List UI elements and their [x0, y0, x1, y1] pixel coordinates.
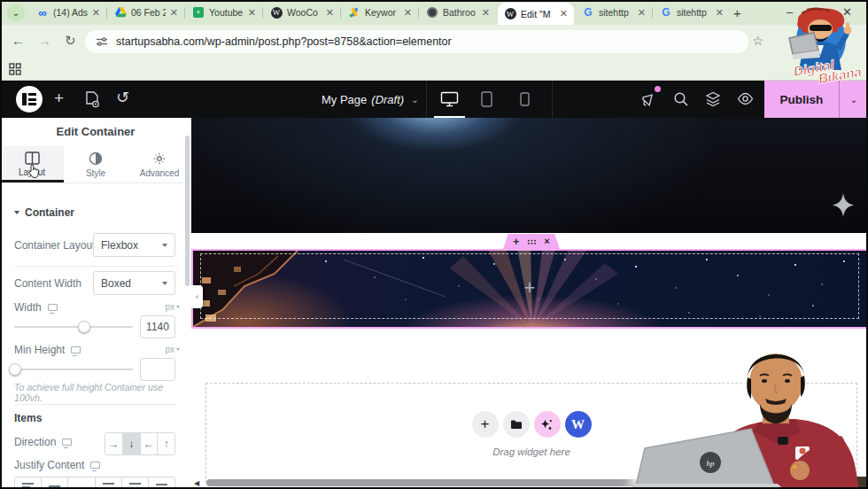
preview-eye-icon[interactable]	[737, 92, 754, 105]
tab-close-icon[interactable]: ✕	[716, 7, 724, 19]
laptop-logo: hp	[707, 459, 716, 468]
selected-container-section[interactable]: +	[191, 249, 868, 329]
bookmark-star-icon[interactable]: ☆	[752, 34, 763, 48]
structure-layers-icon[interactable]	[705, 91, 721, 107]
items-section-header: Items	[14, 412, 42, 424]
site-settings-icon[interactable]	[96, 35, 108, 48]
direction-row-reverse-button[interactable]: ←	[140, 433, 158, 454]
forward-icon[interactable]: →	[38, 33, 51, 48]
add-element-icon[interactable]: +	[54, 89, 64, 108]
device-mobile-icon[interactable]	[520, 92, 530, 106]
browser-tab-active[interactable]: W Edit "M ✕	[498, 3, 574, 25]
tab-close-icon[interactable]: ✕	[170, 7, 178, 19]
full-height-note: To achieve full height Container use 100…	[14, 382, 182, 403]
google-icon: G	[582, 6, 594, 19]
content-width-select[interactable]: Boxed	[93, 271, 175, 295]
direction-column-reverse-button[interactable]: ↑	[157, 433, 174, 454]
responsive-monitor-icon[interactable]	[71, 346, 81, 353]
meta-icon: ∞	[36, 6, 49, 19]
min-height-value-input[interactable]	[140, 358, 175, 381]
width-slider-handle[interactable]	[78, 321, 90, 333]
tab-close-icon[interactable]: ✕	[404, 7, 412, 19]
tab-style[interactable]: Style	[64, 146, 128, 182]
back-icon[interactable]: ←	[12, 33, 25, 48]
device-desktop-icon[interactable]	[440, 91, 459, 107]
address-bar[interactable]: startupsabha.com/wp-admin/post.php?post=…	[85, 30, 748, 53]
responsive-monitor-icon[interactable]	[48, 304, 58, 311]
browser-tab[interactable]: W WooCo ✕	[264, 0, 340, 25]
channel-mascot-sticker: Digital Bikana	[775, 1, 865, 86]
responsive-monitor-icon[interactable]	[62, 439, 72, 446]
width-unit-select[interactable]: px	[165, 302, 180, 312]
reload-icon[interactable]: ↻	[65, 33, 76, 49]
apps-grid-icon[interactable]	[9, 63, 21, 75]
wordpress-widgets-button[interactable]: W	[565, 411, 592, 438]
tab-advanced[interactable]: Advanced	[128, 146, 191, 182]
tab-search-icon[interactable]: ⌄	[7, 4, 25, 21]
tab-close-icon[interactable]: ✕	[560, 8, 568, 19]
tab-close-icon[interactable]: ✕	[638, 7, 646, 19]
direction-label: Direction	[14, 436, 72, 448]
tab-label: Youtube	[209, 7, 244, 18]
elementor-logo[interactable]	[16, 86, 43, 113]
browser-tab[interactable]: Keywor ✕	[342, 0, 418, 25]
width-value-input[interactable]: 1140	[140, 315, 175, 338]
hero-section[interactable]	[191, 118, 868, 233]
browser-tab[interactable]: G sitehttp ✕	[654, 0, 730, 25]
tab-close-icon[interactable]: ✕	[92, 7, 100, 19]
window-frame	[0, 0, 868, 2]
browser-tab[interactable]: ∞ (14) Ads ✕	[30, 0, 106, 25]
width-slider-track[interactable]	[14, 326, 133, 328]
page-title-dropdown[interactable]: My Page (Draft) ⌄	[322, 81, 419, 118]
label-text: Direction	[14, 436, 56, 448]
tab-label: Advanced	[140, 168, 179, 178]
handle-delete-icon[interactable]: ×	[544, 237, 549, 246]
page-status: (Draft)	[371, 93, 404, 106]
site-icon	[427, 7, 438, 18]
container-layout-select[interactable]: Flexbox	[93, 233, 175, 257]
whats-new-icon[interactable]	[641, 91, 658, 107]
tab-close-icon[interactable]: ✕	[248, 7, 256, 19]
handle-drag-icon[interactable]	[527, 239, 536, 244]
tab-close-icon[interactable]: ✕	[326, 7, 334, 19]
ai-builder-button[interactable]	[534, 411, 561, 438]
ai-sparkle-icon	[540, 418, 554, 431]
tab-label: sitehttp	[599, 7, 633, 18]
panel-scrollbar[interactable]	[185, 136, 190, 286]
add-widget-button[interactable]: +	[472, 411, 499, 438]
publish-button[interactable]: Publish	[764, 81, 839, 118]
hand-cursor	[27, 164, 40, 179]
tab-label: Keywor	[365, 7, 399, 18]
device-tablet-icon[interactable]	[481, 91, 492, 107]
responsive-monitor-icon[interactable]	[90, 462, 100, 469]
browser-tab[interactable]: + Youtube ✕	[186, 0, 262, 25]
scroll-left-arrow[interactable]: ◀	[194, 479, 199, 487]
chevron-down-icon	[176, 348, 180, 351]
app-window: ⌄ ∞ (14) Ads ✕ 06 Feb 2 ✕ + Youtube ✕ W …	[0, 0, 868, 489]
section-title: Container	[25, 206, 74, 219]
unit-text: px	[165, 345, 174, 354]
empty-container-plus[interactable]: +	[524, 276, 536, 299]
finder-search-icon[interactable]	[673, 91, 689, 107]
min-height-slider-handle[interactable]	[9, 363, 21, 376]
new-tab-button[interactable]: +	[733, 5, 741, 20]
publish-options-chevron[interactable]: ⌄	[839, 81, 868, 118]
chevron-down-icon: ⌄	[411, 95, 418, 105]
page-settings-icon[interactable]	[85, 91, 100, 108]
browser-tab[interactable]: 06 Feb 2 ✕	[108, 0, 184, 25]
tab-label: Bathroo	[443, 7, 477, 18]
min-height-slider-track[interactable]	[14, 369, 133, 370]
panel-collapse-button[interactable]: ‹	[191, 285, 203, 308]
template-library-button[interactable]	[503, 411, 530, 438]
min-height-unit-select[interactable]: px	[165, 345, 180, 354]
direction-column-button[interactable]: ↓	[122, 433, 140, 454]
tab-close-icon[interactable]: ✕	[482, 7, 490, 19]
browser-tab[interactable]: G sitehttp ✕	[576, 0, 652, 25]
container-section-header[interactable]: Container	[14, 206, 74, 219]
tab-label: 06 Feb 2	[131, 7, 166, 18]
browser-tab[interactable]: Bathroo ✕	[420, 0, 496, 25]
handle-add-icon[interactable]: +	[513, 237, 519, 247]
direction-row-button[interactable]: →	[105, 433, 122, 454]
history-icon[interactable]: ↺	[116, 88, 129, 107]
divider	[426, 81, 427, 118]
